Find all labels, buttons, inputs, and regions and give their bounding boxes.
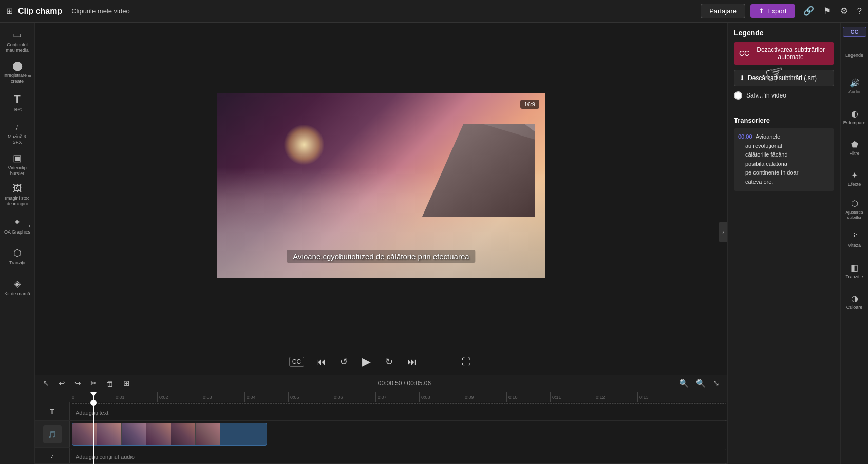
center-content: Avioane,cgyobutiofiized de călătorie pri… [35, 23, 727, 464]
far-sidebar-filtre[interactable]: ⬟ Filtre [843, 133, 866, 162]
ruler-mark-8: 0:08 [419, 392, 463, 402]
share-link-icon[interactable]: 🔗 [803, 6, 814, 16]
ruler-mark-6: 0:06 [332, 392, 375, 402]
tranzitie-sidebar-label: Tranziție [845, 274, 863, 280]
zoom-in-button[interactable]: 🔍 [694, 377, 707, 390]
text-track-label-area: T [35, 402, 70, 420]
text-track-t-icon: T [50, 408, 54, 416]
far-sidebar-estompare[interactable]: ◐ Estompare [843, 103, 866, 131]
fit-timeline-button[interactable]: ⤡ [711, 377, 721, 390]
sidebar-item-text[interactable]: T Text [2, 88, 33, 117]
clip-thumb-1 [72, 423, 97, 445]
far-sidebar-audio[interactable]: 🔊 Audio [843, 72, 866, 101]
delete-button[interactable]: 🗑 [105, 378, 116, 390]
videoclip-icon: ▣ [13, 152, 22, 164]
sidebar-transitions-label: Tranziții [9, 260, 25, 266]
flag-icon[interactable]: ⚑ [823, 6, 831, 16]
ruler-mark-5: 0:05 [288, 392, 332, 402]
salvare-label: Salv... în video [746, 92, 786, 99]
video-icon: 🎵 [48, 430, 56, 438]
play-button[interactable]: ▶ [360, 353, 373, 371]
transitions-icon: ⬡ [13, 247, 22, 259]
ruler-mark-1: 0:01 [114, 392, 157, 402]
cc-button[interactable]: CC [289, 357, 304, 367]
video-clip[interactable] [72, 423, 267, 446]
salvare-toggle[interactable] [734, 91, 742, 100]
topbar-actions: Partajare ⬆ Export [701, 4, 795, 18]
skip-back-button[interactable]: ⏮ [314, 355, 328, 370]
app-logo: Clip champ [18, 7, 62, 16]
media-icon: ▭ [13, 29, 22, 41]
clip-thumb-2 [97, 423, 122, 445]
viteza-sidebar-icon: ⏱ [851, 232, 859, 241]
download-srt-button[interactable]: ⬇ Descărcați subtitrări (.srt) [734, 70, 834, 86]
ruler-mark-7: 0:07 [375, 392, 419, 402]
clip-thumb-4 [146, 423, 171, 445]
pointer-tool[interactable]: ↖ [41, 377, 51, 390]
ruler-mark-2: 0:02 [157, 392, 201, 402]
aspect-ratio-badge[interactable]: 16:9 [520, 100, 539, 109]
far-sidebar-efecte[interactable]: ✦ Efecte [843, 164, 866, 193]
sidebar-item-transitions[interactable]: ⬡ Tranziții [2, 242, 33, 271]
sidebar-item-music[interactable]: ♪ Muzică & SFX [2, 119, 33, 148]
sidebar-item-media[interactable]: ▭ Conținutul meu media [2, 27, 33, 55]
cc-legende-badge[interactable]: CC [843, 27, 866, 37]
merge-button[interactable]: ⊞ [122, 377, 131, 390]
undo-button[interactable]: ↩ [57, 377, 67, 390]
video-container[interactable]: Avioane,cgyobutiofiized de călătorie pri… [217, 93, 545, 278]
help-icon[interactable]: ? [857, 6, 862, 16]
cut-button[interactable]: ✂ [89, 377, 99, 390]
sidebar-music-label: Muzică & SFX [3, 134, 32, 145]
playhead-triangle [90, 392, 97, 396]
text-track-row: T Adăugați text [35, 402, 727, 421]
export-button[interactable]: ⬆ Export [750, 4, 795, 18]
settings-icon[interactable]: ⚙ [840, 6, 848, 16]
redo-button[interactable]: ↪ [73, 377, 83, 390]
sidebar-item-images[interactable]: 🖼 Imagini stoc de imagini [2, 181, 33, 209]
audio-track-icon: ♪ [50, 452, 54, 460]
tracks-container: T Adăugați text 🎵 [35, 402, 727, 464]
far-sidebar-culori[interactable]: ⬡ Ajustarea culorilor [843, 195, 866, 224]
playback-controls: CC ⏮ ↺ ▶ ↻ ⏭ ⛶ [35, 349, 727, 375]
transcription-line-6: câteva ore. [745, 179, 773, 185]
topbar-icons: 🔗 ⚑ ⚙ ? [803, 6, 862, 16]
legende-title: Legende [734, 29, 834, 37]
video-track-content[interactable] [70, 421, 727, 448]
transcription-line-3: călătoriile făcând [745, 151, 788, 158]
transcription-title: Transcriere [734, 117, 834, 124]
timeline-toolbar: ↖ ↩ ↪ ✂ 🗑 ⊞ 00:00.50 / 00:05.06 🔍 🔍 ⤡ [35, 375, 727, 392]
zoom-out-button[interactable]: 🔍 [677, 377, 690, 390]
far-sidebar-tranzitie[interactable]: ◧ Tranziție [843, 257, 866, 285]
viteza-sidebar-label: Viteză [848, 243, 861, 248]
forward-button[interactable]: ↻ [383, 354, 395, 370]
ruler-mark-9: 0:09 [463, 392, 506, 402]
zoom-controls: 🔍 🔍 ⤡ [677, 377, 721, 390]
sidebar-item-kit[interactable]: ◈ Kit de marcă [2, 273, 33, 302]
audio-add-button[interactable]: Adăugați conținut audio [71, 449, 726, 464]
far-sidebar-viteza[interactable]: ⏱ Viteză [843, 226, 866, 255]
efecte-sidebar-label: Efecte [848, 182, 861, 187]
svg-marker-0 [422, 124, 535, 217]
airplane-wing-svg [422, 124, 535, 217]
ruler-marks: 0 0:01 0:02 0:03 0:04 0:05 0:06 0:07 0:0… [70, 392, 681, 402]
sidebar-item-graphics[interactable]: ✦ OA Graphics [2, 211, 33, 240]
far-sidebar-culoare[interactable]: ◑ Culoare [843, 287, 866, 316]
main-layout: ▭ Conținutul meu media ⬤ Înregistrare & … [0, 23, 868, 464]
fullscreen-button[interactable]: ⛶ [460, 355, 473, 370]
skip-forward-button[interactable]: ⏭ [405, 355, 419, 370]
transcription-box: 00:00 Avioanele au revoluționat călători… [734, 128, 834, 191]
timeline-ruler: 0 0:01 0:02 0:03 0:04 0:05 0:06 0:07 0:0… [35, 392, 727, 402]
legende-panel: Legende CC Dezactivarea subtitrărilor au… [728, 23, 840, 111]
sidebar-media-label: Conținutul meu media [3, 42, 32, 53]
share-button[interactable]: Partajare [701, 4, 745, 18]
clip-thumb-3 [122, 423, 146, 445]
grid-icon[interactable]: ⊞ [6, 6, 13, 16]
sidebar-item-videoclip[interactable]: ▣ Videoclip bursier [2, 150, 33, 179]
rewind-button[interactable]: ↺ [338, 354, 350, 370]
sidebar-item-record[interactable]: ⬤ Înregistrare & create [2, 57, 33, 86]
transcription-line-5: pe continente în doar [745, 169, 798, 176]
export-upload-icon: ⬆ [759, 7, 764, 15]
dezactivare-button[interactable]: CC Dezactivarea subtitrărilor automate [734, 42, 834, 65]
text-track-add-button[interactable]: Adăugați text [71, 403, 726, 421]
nav-my-videos[interactable]: Clipurile mele video [71, 7, 129, 15]
